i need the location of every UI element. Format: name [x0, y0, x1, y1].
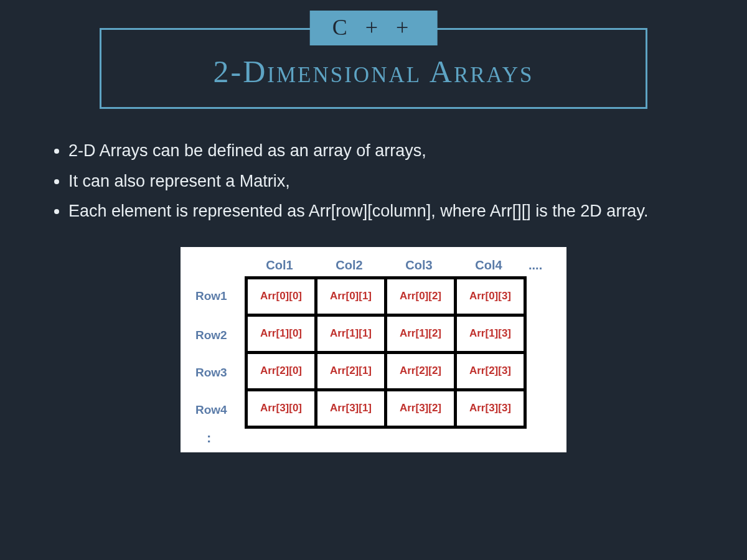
grid-body: Row1 Arr[0][0] Arr[0][1] Arr[0][2] Arr[0…: [192, 276, 555, 446]
array-cell: Arr[0][1]: [317, 279, 387, 317]
column-header: Col3: [384, 254, 454, 276]
grid-row: Row2 Arr[1][0] Arr[1][1] Arr[1][2] Arr[1…: [192, 317, 555, 354]
row-label: Row4: [192, 403, 245, 417]
cells-container: Arr[0][0] Arr[0][1] Arr[0][2] Arr[0][3]: [245, 276, 527, 317]
grid-row: Row3 Arr[2][0] Arr[2][1] Arr[2][2] Arr[2…: [192, 354, 555, 391]
array-cell: Arr[2][1]: [317, 354, 387, 391]
row-label: Row3: [192, 366, 245, 380]
array-cell: Arr[0][3]: [457, 279, 527, 317]
column-header: Col2: [314, 254, 384, 276]
cells-container: Arr[3][0] Arr[3][1] Arr[3][2] Arr[3][3]: [245, 391, 527, 429]
array-cell: Arr[1][0]: [248, 317, 317, 354]
bullet-item: It can also represent a Matrix,: [68, 167, 697, 195]
row-ellipsis: :: [207, 430, 555, 446]
row-label: Row2: [192, 329, 245, 342]
array-cell: Arr[1][2]: [387, 317, 457, 354]
array-cell: Arr[1][3]: [457, 317, 527, 354]
array-cell: Arr[2][0]: [248, 354, 317, 391]
slide-header: C + + 2-Dimensional Arrays: [100, 28, 647, 109]
bullet-list: 2-D Arrays can be defined as an array of…: [68, 137, 697, 225]
array-diagram: Col1 Col2 Col3 Col4 .... Row1 Arr[0][0] …: [181, 247, 566, 452]
array-cell: Arr[2][2]: [387, 354, 457, 391]
array-cell: Arr[0][2]: [387, 279, 457, 317]
column-header-row: Col1 Col2 Col3 Col4 ....: [245, 254, 555, 276]
column-header: Col4: [454, 254, 524, 276]
array-cell: Arr[0][0]: [248, 279, 317, 317]
column-ellipsis: ....: [524, 258, 542, 273]
array-cell: Arr[3][0]: [248, 391, 317, 429]
bullet-item: 2-D Arrays can be defined as an array of…: [68, 137, 697, 165]
bullet-item: Each element is represented as Arr[row][…: [68, 197, 697, 225]
array-cell: Arr[2][3]: [457, 354, 527, 391]
grid-row: Row4 Arr[3][0] Arr[3][1] Arr[3][2] Arr[3…: [192, 391, 555, 429]
array-cell: Arr[3][1]: [317, 391, 387, 429]
cells-container: Arr[2][0] Arr[2][1] Arr[2][2] Arr[2][3]: [245, 354, 527, 391]
cells-container: Arr[1][0] Arr[1][1] Arr[1][2] Arr[1][3]: [245, 317, 527, 354]
array-cell: Arr[3][3]: [457, 391, 527, 429]
array-cell: Arr[3][2]: [387, 391, 457, 429]
row-label: Row1: [192, 289, 245, 303]
array-cell: Arr[1][1]: [317, 317, 387, 354]
slide-title: 2-Dimensional Arrays: [120, 54, 627, 90]
column-header: Col1: [245, 254, 314, 276]
grid-row: Row1 Arr[0][0] Arr[0][1] Arr[0][2] Arr[0…: [192, 276, 555, 317]
language-badge: C + +: [310, 11, 438, 45]
